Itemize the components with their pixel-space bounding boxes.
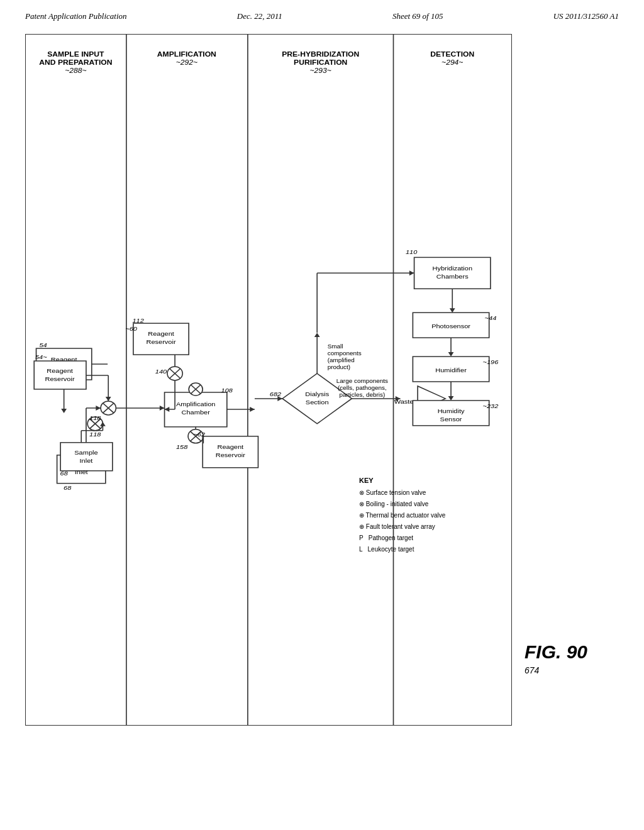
svg-text:Reservoir: Reservoir xyxy=(146,338,176,345)
svg-text:Reservoir: Reservoir xyxy=(216,451,246,458)
svg-text:112: 112 xyxy=(132,317,144,324)
svg-marker-130 xyxy=(160,406,165,411)
svg-marker-75 xyxy=(314,333,320,337)
key-item-2: ⊗ Boiling - initiated valve xyxy=(359,499,445,510)
svg-text:PURIFICATION: PURIFICATION xyxy=(294,58,347,65)
svg-text:118: 118 xyxy=(89,430,101,437)
svg-marker-62 xyxy=(250,407,255,412)
svg-text:Waste: Waste xyxy=(394,397,414,404)
svg-text:Inlet: Inlet xyxy=(80,456,93,463)
svg-text:AND PREPARATION: AND PREPARATION xyxy=(39,58,112,65)
svg-text:Small: Small xyxy=(328,343,343,350)
svg-text:Large components: Large components xyxy=(336,377,388,384)
key-item-5: P Pathogen target xyxy=(359,533,445,544)
key-item-3: ⊕ Thermal bend actuator valve xyxy=(359,510,445,521)
figure-ref: 674 xyxy=(525,665,619,675)
svg-text:110: 110 xyxy=(406,248,418,255)
diagram-svg: SAMPLE INPUT AND PREPARATION ~288~ AMPLI… xyxy=(26,35,511,725)
svg-text:Sensor: Sensor xyxy=(440,415,462,422)
svg-marker-101 xyxy=(448,352,454,357)
svg-text:158: 158 xyxy=(176,443,188,450)
svg-text:~292~: ~292~ xyxy=(176,58,198,65)
svg-text:particles, debris): particles, debris) xyxy=(340,391,386,397)
key-item-6: L Leukocyte target xyxy=(359,544,445,555)
svg-text:Chambers: Chambers xyxy=(436,273,469,280)
svg-marker-128 xyxy=(106,397,111,401)
svg-marker-18 xyxy=(61,409,67,413)
svg-text:AMPLIFICATION: AMPLIFICATION xyxy=(157,50,216,57)
date-label: Dec. 22, 2011 xyxy=(237,11,282,21)
svg-text:PRE-HYBRIDIZATION: PRE-HYBRIDIZATION xyxy=(282,50,359,57)
svg-text:Dialysis: Dialysis xyxy=(305,390,329,397)
svg-marker-125 xyxy=(96,406,101,411)
svg-text:Section: Section xyxy=(306,398,329,405)
diagram-container: SAMPLE INPUT AND PREPARATION ~288~ AMPLI… xyxy=(25,34,512,726)
svg-text:Sample: Sample xyxy=(74,448,97,455)
svg-text:product): product) xyxy=(328,363,350,370)
svg-text:Chamber: Chamber xyxy=(182,408,211,415)
svg-text:118: 118 xyxy=(89,414,101,421)
key-item-1: ⊗ Surface tension valve xyxy=(359,487,445,499)
svg-text:DETECTION: DETECTION xyxy=(430,50,474,57)
key-item-4: ⊕ Fault tolerant valve array xyxy=(359,521,445,533)
svg-text:~294~: ~294~ xyxy=(441,58,464,65)
svg-text:68: 68 xyxy=(64,484,71,490)
svg-marker-96 xyxy=(450,308,455,313)
svg-text:~60: ~60 xyxy=(125,325,137,332)
svg-text:Amplification: Amplification xyxy=(176,400,216,407)
svg-text:108: 108 xyxy=(221,386,233,393)
figure-label: FIG. 90 xyxy=(525,641,587,663)
svg-text:~232: ~232 xyxy=(483,402,499,409)
svg-text:Reservoir: Reservoir xyxy=(45,375,75,382)
svg-text:54: 54 xyxy=(39,341,47,348)
svg-text:~44: ~44 xyxy=(485,314,497,321)
svg-text:Hybridization: Hybridization xyxy=(432,265,472,272)
svg-marker-106 xyxy=(448,396,454,401)
svg-text:Humidifier: Humidifier xyxy=(435,367,467,374)
svg-text:~196: ~196 xyxy=(483,358,499,365)
svg-text:Photosensor: Photosensor xyxy=(431,323,470,329)
svg-text:682: 682 xyxy=(270,390,282,397)
svg-text:(cells, pathogens,: (cells, pathogens, xyxy=(338,384,387,390)
svg-text:68: 68 xyxy=(60,469,68,476)
patent-number: US 2011/312560 A1 xyxy=(553,11,619,21)
svg-text:(amplified: (amplified xyxy=(328,357,355,363)
svg-text:Reagent: Reagent xyxy=(47,367,73,374)
svg-text:SAMPLE INPUT: SAMPLE INPUT xyxy=(47,50,104,57)
svg-text:Humidity: Humidity xyxy=(438,407,465,414)
svg-text:54~: 54~ xyxy=(35,353,47,360)
main-content-area: SAMPLE INPUT AND PREPARATION ~288~ AMPLI… xyxy=(0,28,644,738)
svg-marker-90 xyxy=(409,270,414,275)
svg-text:140: 140 xyxy=(155,368,167,375)
svg-text:Reagent: Reagent xyxy=(148,330,174,337)
publication-label: Patent Application Publication xyxy=(25,11,127,21)
key-section: KEY ⊗ Surface tension valve ⊗ Boiling - … xyxy=(359,475,445,555)
svg-text:~293~: ~293~ xyxy=(310,67,332,74)
svg-text:~288~: ~288~ xyxy=(65,67,87,74)
page-header: Patent Application Publication Dec. 22, … xyxy=(0,0,644,28)
sheet-info: Sheet 69 of 105 xyxy=(392,11,443,21)
svg-text:components: components xyxy=(328,350,362,357)
key-title: KEY xyxy=(359,475,445,487)
svg-text:Reagent: Reagent xyxy=(218,443,244,450)
